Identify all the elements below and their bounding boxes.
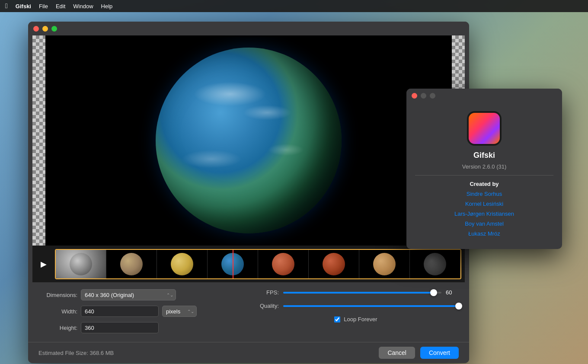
playback-area: ▶ [32,246,465,282]
video-preview-area [32,35,465,246]
app-icon-inner [469,113,500,144]
menubar:  Gifski File Edit Window Help [0,0,588,12]
cancel-button[interactable]: Cancel [379,347,415,359]
filmstrip-frame-5 [309,250,359,278]
width-input[interactable] [81,306,159,317]
contributor-2[interactable]: Lars-Jørgen Kristiansen [454,211,514,217]
planet-jupiter-ball [373,253,396,275]
window-minimize-button[interactable] [42,26,48,32]
window-close-button[interactable] [33,26,39,32]
quality-fill [283,305,459,307]
height-label: Height: [38,325,77,331]
contributor-0[interactable]: Sindre Sorhus [467,191,502,197]
menubar-help[interactable]: Help [101,3,113,10]
button-group: Cancel Convert [379,347,459,359]
menubar-file[interactable]: File [39,3,48,10]
controls-area: Dimensions: 640 x 360 (Original) ⌃⌄ Widt… [28,282,469,342]
checker-left [32,35,45,246]
file-size-label: Estimated File Size: 368.6 MB [38,350,114,356]
dimensions-row: Dimensions: 640 x 360 (Original) ⌃⌄ [38,289,244,300]
fps-thumb[interactable] [430,289,437,296]
about-content: Gifski Version 2.6.0 (31) Created by Sin… [406,102,562,249]
quality-thumb[interactable] [455,303,462,310]
about-window: Gifski Version 2.6.0 (31) Created by Sin… [406,89,562,249]
fps-slider[interactable] [283,292,441,294]
filmstrip-frame-4 [258,250,309,278]
loop-row: Loop Forever [253,316,459,322]
about-version: Version 2.6.0 (31) [462,163,507,170]
about-maximize-button[interactable] [430,93,435,99]
controls-right: FPS: 60 Quality: Loop Forever [253,289,459,333]
fps-label: FPS: [253,289,279,296]
width-row: Width: pixels percent ⌃⌄ [38,306,244,317]
window-maximize-button[interactable] [51,26,57,32]
planet-moon-ball [70,253,92,275]
playhead-line [233,250,233,278]
loop-label: Loop Forever [344,316,377,322]
about-app-name: Gifski [473,151,495,160]
about-titlebar [406,89,562,102]
earth-clouds [156,48,342,233]
loop-checkbox[interactable] [334,316,340,322]
planet-mars1-ball [272,253,294,275]
contributor-3[interactable]: Boy van Amstel [465,220,504,227]
about-minimize-button[interactable] [421,93,426,99]
dimensions-select[interactable]: 640 x 360 (Original) [81,289,176,300]
planet-dark-ball [424,253,446,275]
filmstrip-frame-0 [56,250,106,278]
filmstrip-frame-7 [410,250,460,278]
about-created-by: Created by [470,181,499,187]
filmstrip-frame-1 [106,250,157,278]
play-button[interactable]: ▶ [36,256,51,272]
planet-mercury-ball [120,253,143,275]
dimensions-select-wrapper: 640 x 360 (Original) ⌃⌄ [81,289,176,300]
main-window: ▶ [28,22,469,363]
about-close-button[interactable] [412,93,417,99]
earth-image [156,48,342,233]
window-titlebar [28,22,469,35]
filmstrip[interactable] [55,249,461,279]
quality-row: Quality: [253,303,459,309]
filmstrip-frame-6 [359,250,410,278]
unit-select[interactable]: pixels percent [162,306,197,317]
width-label: Width: [38,308,77,315]
planet-mars2-ball [323,253,345,275]
bottom-bar: Estimated File Size: 368.6 MB Cancel Con… [28,342,469,363]
apple-menu[interactable]:  [5,2,8,10]
controls-left: Dimensions: 640 x 360 (Original) ⌃⌄ Widt… [38,289,244,333]
height-row: Height: [38,322,244,333]
earth-visual [45,35,452,246]
quality-label: Quality: [253,303,279,309]
height-input[interactable] [81,322,159,333]
menubar-window[interactable]: Window [73,3,93,10]
filmstrip-frame-3 [208,250,258,278]
convert-button[interactable]: Convert [420,347,459,359]
about-divider [415,175,553,176]
fps-row: FPS: 60 [253,289,459,296]
quality-slider[interactable] [283,305,459,307]
dimensions-label: Dimensions: [38,292,77,298]
contributor-4[interactable]: Łukasz Mróz [468,230,500,237]
app-icon [467,111,502,146]
fps-fill [283,292,434,294]
menubar-appname[interactable]: Gifski [16,3,31,10]
fps-value: 60 [446,289,459,296]
contributor-1[interactable]: Kornel Lesiński [465,201,503,207]
planet-venus-ball [171,253,193,275]
unit-select-wrapper: pixels percent ⌃⌄ [162,306,197,317]
filmstrip-frame-2 [157,250,208,278]
menubar-edit[interactable]: Edit [56,3,65,10]
